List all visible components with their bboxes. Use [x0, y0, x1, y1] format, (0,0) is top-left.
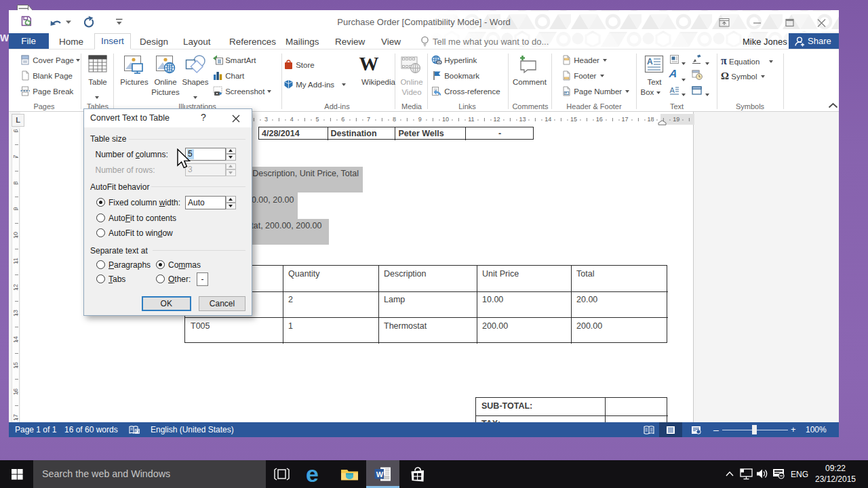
svg-text:W: W — [376, 470, 384, 479]
svg-text:A: A — [647, 57, 653, 66]
svg-text:A: A — [670, 86, 675, 94]
